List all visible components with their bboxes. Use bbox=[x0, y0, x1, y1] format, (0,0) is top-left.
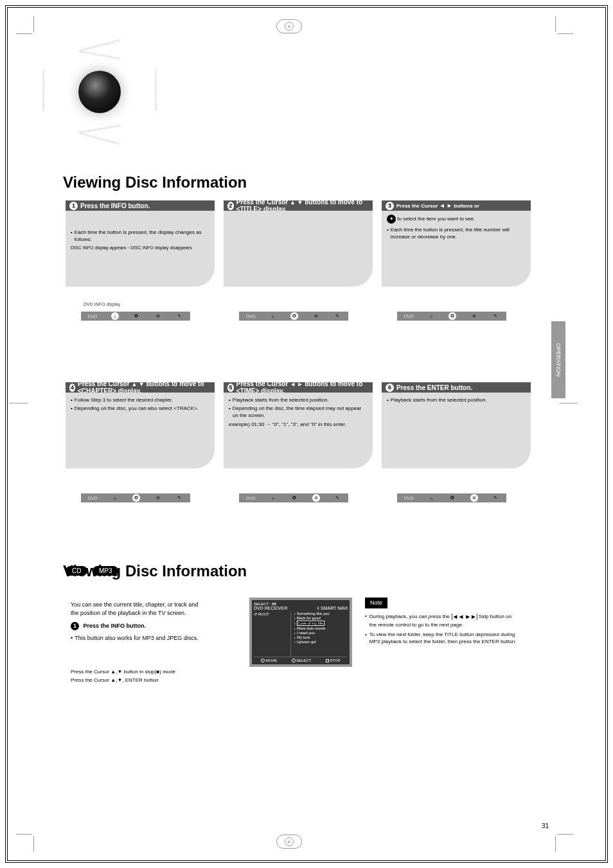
time-icon: ⊘ bbox=[154, 494, 162, 502]
step-card-1: 1Press the INFO button. •Each time the b… bbox=[66, 200, 215, 287]
speaker-graphic: 01010101010101010101010101011 0101010101… bbox=[51, 44, 148, 156]
camera-icon: ✎ bbox=[492, 312, 499, 320]
camera-icon: ✎ bbox=[175, 494, 183, 502]
osd-label: DVD bbox=[88, 314, 98, 319]
bullet-text: Each time the button is pressed, the dis… bbox=[75, 229, 209, 243]
step-header: Press the ENTER button. bbox=[396, 384, 472, 391]
osd-bar: DVD ⌂ ✪ ⊘ ✎ bbox=[397, 312, 506, 321]
crop-mark bbox=[557, 834, 573, 835]
navi-item: More than words bbox=[297, 626, 326, 630]
chapter-icon: ✪ bbox=[290, 312, 298, 320]
bullet-text: Press the Cursor ▲,▼ button in stop(■) m… bbox=[71, 668, 175, 675]
time-icon: ⊘ bbox=[470, 312, 478, 320]
bullet-text: Playback starts from the selected positi… bbox=[391, 396, 487, 403]
bullet-text: Depending on the disc, the time elapsed … bbox=[233, 405, 368, 419]
badge-mp3: MP3 bbox=[93, 566, 119, 576]
bullet-text: Follow Step 3 to select the desired chap… bbox=[75, 396, 173, 403]
note-label: Note bbox=[365, 598, 387, 608]
crop-mark bbox=[33, 836, 34, 852]
osd-label: DVD bbox=[88, 496, 98, 500]
title-icon: ⌂ bbox=[427, 494, 435, 502]
bullet-text: This button also works for MP3 and JPEG … bbox=[75, 634, 199, 642]
camera-icon: ✎ bbox=[333, 494, 341, 502]
osd-label: DVD bbox=[246, 314, 256, 319]
crop-mark bbox=[557, 33, 573, 34]
crop-mark bbox=[555, 16, 556, 32]
osd-label: DVD bbox=[404, 314, 414, 319]
title-icon: ⌂ bbox=[427, 312, 435, 320]
time-icon: ⊘ bbox=[312, 312, 320, 320]
osd-bar: DVD ⌂ ✪ ⊘ ✎ bbox=[81, 493, 190, 502]
step-card-2: 2Press the Cursor ▲ ▼ buttons to move to… bbox=[224, 200, 373, 287]
osd-label: DVD bbox=[404, 496, 414, 500]
navi-item: Uptown girl bbox=[297, 640, 316, 644]
chapter-icon: ✪ bbox=[449, 494, 456, 502]
bullet-text: DISC INFO display appears→DISC INFO disp… bbox=[71, 245, 209, 251]
crop-mark bbox=[16, 834, 32, 835]
disc-badges-2: CD MP3 bbox=[66, 564, 120, 576]
navi-header-right: ◊ SMART NAVI bbox=[317, 606, 348, 610]
camera-icon: ✎ bbox=[333, 312, 341, 320]
crop-mark bbox=[16, 33, 32, 34]
osd-bar: DVD ⌂ ✪ ⊘ ✎ bbox=[397, 493, 506, 502]
step-header: Press the INFO button. bbox=[80, 202, 150, 209]
chapter-icon: ✪ bbox=[290, 494, 298, 502]
note-text: During playback, you can press the |◄◄ ►… bbox=[369, 612, 519, 628]
osd-bar: DVD ⌂ ✪ ⊘ ✎ bbox=[239, 312, 348, 321]
badge-cd: CD bbox=[66, 566, 87, 576]
bullet-text: Press the Cursor ▲,▼, ENTER button bbox=[71, 677, 158, 684]
navi-header-left: DVD RECEIVER bbox=[254, 606, 288, 610]
title-icon: ⌂ bbox=[111, 494, 119, 502]
registration-mark-top: + bbox=[276, 19, 302, 33]
note-block: Note •During playback, you can press the… bbox=[365, 598, 519, 648]
smart-navi-screen: SELECT : 03 DVD RECEIVER ◊ SMART NAVI ↺ … bbox=[249, 598, 352, 667]
side-tab-operation: OPERATION bbox=[551, 321, 565, 398]
crop-mark bbox=[10, 403, 28, 403]
page-number: 31 bbox=[542, 822, 549, 829]
osd-label: DVD bbox=[246, 496, 256, 500]
navi-btn-stop: STOP bbox=[330, 659, 340, 662]
navi-item-highlighted: Love of my life bbox=[297, 621, 324, 626]
osd-bar: DVD ⌂ ✪ ⊘ ✎ bbox=[239, 493, 348, 502]
bullet-text: Each time the button is pressed, the tit… bbox=[391, 226, 526, 240]
skip-icons: |◄◄ ►►| bbox=[451, 612, 477, 621]
osd-bar: DVD ⌂ ✪ ⊘ ✎ bbox=[81, 312, 190, 321]
bullet-text: Playback starts from the selected positi… bbox=[233, 396, 329, 403]
navi-btn-move: MOVE bbox=[265, 659, 277, 662]
title-icon: ⌂ bbox=[111, 312, 119, 320]
section-title-1: Viewing Disc Information bbox=[63, 173, 247, 191]
chapter-icon: ✪ bbox=[132, 312, 140, 320]
time-icon: ⊘ bbox=[312, 494, 320, 502]
title-icon: ⌂ bbox=[269, 494, 277, 502]
navi-item: Something like you bbox=[297, 612, 330, 616]
navi-item: I need you bbox=[297, 631, 315, 635]
navi-item: Back for good bbox=[297, 616, 321, 620]
step-card-6: 6Press the ENTER button. •Playback start… bbox=[382, 382, 531, 468]
chapter-icon: ✪ bbox=[132, 494, 140, 502]
navi-item: My love bbox=[297, 635, 310, 639]
title-icon: ⌂ bbox=[269, 312, 277, 320]
step-header: Press the Cursor ◄ ► buttons or bbox=[396, 202, 479, 209]
crop-mark bbox=[555, 836, 556, 852]
registration-mark-bottom: + bbox=[276, 835, 302, 849]
crop-mark bbox=[33, 16, 34, 32]
step-card-4: 4Press the Cursor ▲ ▼ buttons to move to… bbox=[66, 382, 215, 468]
speaker-cone-icon bbox=[78, 71, 121, 113]
navi-btn-select: SELECT bbox=[296, 659, 311, 662]
step-card-5: 5Press the Cursor ◄ ► buttons to move to… bbox=[224, 382, 373, 468]
example-text: example) 01:30 → "0", "1", "3", and "0" … bbox=[229, 421, 368, 428]
note-text: To view the next folder, keep the TITLE … bbox=[369, 631, 519, 645]
chapter-icon: ✪ bbox=[449, 312, 456, 320]
step-text: 1 Press the INFO button. bbox=[71, 622, 206, 630]
bullet-text: Depending on the disc, you can also sele… bbox=[75, 405, 199, 412]
crop-mark bbox=[560, 403, 578, 403]
step-card-3: 3Press the Cursor ◄ ► buttons or ✦ to se… bbox=[382, 200, 531, 287]
time-icon: ⊘ bbox=[154, 312, 162, 320]
camera-icon: ✎ bbox=[492, 494, 499, 502]
camera-icon: ✎ bbox=[175, 312, 183, 320]
osd-note: DVD INFO display bbox=[84, 302, 120, 306]
section2-text: You can see the current title, chapter, … bbox=[71, 601, 206, 685]
time-icon: ⊘ bbox=[470, 494, 478, 502]
step-header-cont: to select the item you want to see. bbox=[397, 216, 475, 222]
intro-text: You can see the current title, chapter, … bbox=[71, 601, 206, 617]
